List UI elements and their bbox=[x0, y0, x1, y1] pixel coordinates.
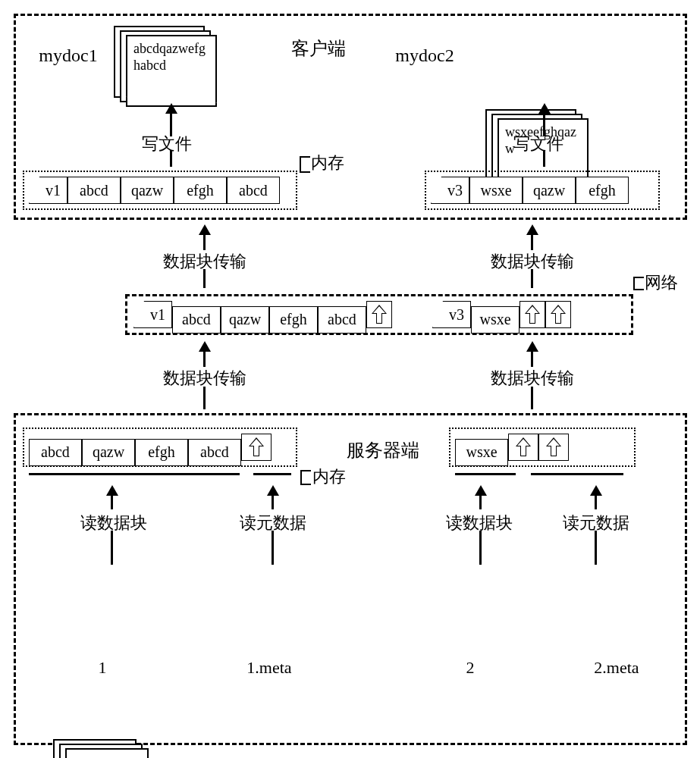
server-mem1-row: abcd qazw efgh abcd bbox=[29, 434, 272, 466]
diagram-canvas: 客户端 mydoc1 mydoc2 abcdqazwefghabcd wsxee… bbox=[0, 0, 700, 758]
client-memory-bracket bbox=[300, 156, 310, 173]
client-mem1-tag: v1 bbox=[29, 177, 67, 204]
network-bracket bbox=[633, 277, 644, 290]
network-row-b: v3 wsxe bbox=[432, 301, 571, 334]
client-mem1-c3: efgh bbox=[174, 177, 227, 204]
server-mem2-row: wsxe bbox=[455, 434, 569, 466]
server-mem2-up2 bbox=[538, 434, 569, 461]
mydoc2-label: mydoc2 bbox=[387, 45, 463, 66]
network-a-c4: abcd bbox=[318, 306, 366, 334]
arrow-read-meta-2-stem2 bbox=[595, 531, 597, 565]
mydoc1-icon: abcdqazwefghabcd bbox=[114, 26, 220, 109]
write-file-label-2: 写文件 bbox=[485, 133, 592, 155]
network-a-c2: qazw bbox=[221, 306, 269, 334]
server-mem1-c2: qazw bbox=[82, 439, 135, 466]
network-b-tag: v3 bbox=[432, 301, 471, 328]
arrow-transfer-top-1 bbox=[199, 224, 211, 235]
arrow-read-block-2-stem bbox=[479, 496, 482, 509]
client-title: 客户端 bbox=[273, 36, 364, 61]
arrow-read-meta-1-stem bbox=[272, 496, 274, 509]
arrow-transfer-bot-2 bbox=[526, 341, 538, 352]
server-memory-label: 内存 bbox=[312, 465, 358, 488]
network-a-up bbox=[366, 301, 392, 328]
arrow-read-block-2-stem2 bbox=[479, 531, 482, 565]
server-mem2-c1: wsxe bbox=[455, 439, 508, 466]
arrow-transfer-bot-2-stem bbox=[531, 352, 533, 367]
arrow-transfer-top-2-stem2 bbox=[531, 269, 533, 288]
arrow-transfer-bot-1-stem2 bbox=[203, 387, 206, 409]
client-mem2-tag: v3 bbox=[431, 177, 469, 204]
arrow-write-file-1 bbox=[165, 103, 177, 114]
arrow-read-meta-1-stem2 bbox=[272, 531, 274, 565]
arrow-write-file-1-stem2 bbox=[170, 150, 172, 167]
arrow-read-block-2 bbox=[475, 485, 487, 496]
network-b-c1: wsxe bbox=[471, 306, 520, 334]
client-mem1-row: v1 abcd qazw efgh abcd bbox=[29, 177, 280, 204]
arrow-transfer-bot-2-stem2 bbox=[531, 387, 533, 409]
arrow-read-block-1-stem bbox=[111, 496, 113, 509]
server-mem1-c1: abcd bbox=[29, 439, 82, 466]
arrow-transfer-top-1-stem2 bbox=[203, 269, 206, 288]
arrow-read-block-1-stem2 bbox=[111, 531, 113, 565]
client-mem2-row: v3 wsxe qazw efgh bbox=[431, 177, 629, 204]
server-mem1-up bbox=[241, 434, 272, 461]
client-mem1-c4: abcd bbox=[227, 177, 280, 204]
server-file2-meta-name: 2.meta bbox=[567, 658, 666, 678]
server-file1-meta-name: 1.meta bbox=[220, 658, 319, 678]
arrow-transfer-bot-1-stem bbox=[203, 352, 206, 367]
arrow-transfer-top-2-stem bbox=[531, 235, 533, 250]
arrow-read-meta-2 bbox=[590, 485, 602, 496]
server-memory-bracket bbox=[300, 470, 311, 485]
server-title: 服务器端 bbox=[334, 438, 432, 462]
arrow-transfer-bot-1 bbox=[199, 341, 211, 352]
mydoc1-content: abcdqazwefghabcd bbox=[126, 35, 217, 107]
read-block-label-1: 读数据块 bbox=[61, 512, 167, 534]
network-b-up2 bbox=[545, 301, 571, 328]
client-mem1-c2: qazw bbox=[121, 177, 174, 204]
server-mem1-c4: abcd bbox=[188, 439, 241, 466]
network-a-c3: efgh bbox=[269, 306, 318, 334]
client-mem2-c2: qazw bbox=[523, 177, 576, 204]
server-mem2-underline-b bbox=[531, 473, 623, 475]
arrow-read-meta-1 bbox=[267, 485, 279, 496]
client-mem1-c1: abcd bbox=[67, 177, 121, 204]
network-b-up1 bbox=[520, 301, 545, 328]
client-memory-label: 内存 bbox=[311, 152, 356, 174]
write-file-label-1: 写文件 bbox=[114, 133, 220, 155]
arrow-transfer-top-1-stem bbox=[203, 235, 206, 250]
network-a-c1: abcd bbox=[172, 306, 221, 334]
network-a-tag: v1 bbox=[133, 301, 172, 328]
server-mem1-c3: efgh bbox=[135, 439, 188, 466]
server-mem1-underline-a bbox=[29, 473, 240, 475]
arrow-transfer-top-2 bbox=[526, 224, 538, 235]
mydoc1-label: mydoc1 bbox=[30, 45, 106, 66]
arrow-read-block-1 bbox=[106, 485, 118, 496]
arrow-read-meta-2-stem bbox=[595, 496, 597, 509]
client-mem2-c1: wsxe bbox=[469, 177, 523, 204]
server-mem2-underline-a bbox=[455, 473, 516, 475]
arrow-write-file-2 bbox=[538, 103, 551, 114]
network-row-a: v1 abcd qazw efgh abcd bbox=[133, 301, 392, 334]
server-file2-name: 2 bbox=[421, 658, 520, 678]
server-file1-icon: abcdqazwefgh bbox=[53, 739, 152, 758]
server-file1-content: abcdqazwefgh bbox=[65, 748, 149, 758]
arrow-write-file-2-stem2 bbox=[543, 150, 545, 167]
network-label: 网络 bbox=[645, 271, 690, 294]
server-mem1-underline-b bbox=[253, 473, 291, 475]
server-mem2-up1 bbox=[508, 434, 538, 461]
server-file1-name: 1 bbox=[53, 658, 152, 678]
client-mem2-c3: efgh bbox=[576, 177, 629, 204]
